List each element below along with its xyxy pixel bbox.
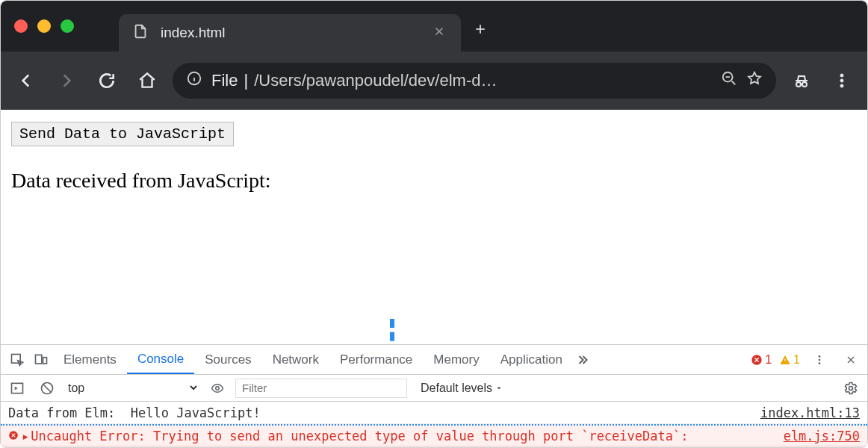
console-log-source-link[interactable]: index.html:13 <box>760 405 860 420</box>
console-settings-icon[interactable] <box>839 381 863 396</box>
device-toolbar-icon[interactable] <box>29 352 53 367</box>
svg-rect-8 <box>36 355 42 364</box>
window-titlebar: index.html <box>1 1 867 52</box>
svg-point-2 <box>796 82 801 87</box>
console-error-text: Uncaught Error: Trying to send an unexpe… <box>31 429 783 444</box>
console-error-row[interactable]: ▸ Uncaught Error: Trying to send an unex… <box>1 424 867 447</box>
maximize-window-button[interactable] <box>61 19 74 33</box>
received-data-label: Data received from JavaScript: <box>11 169 857 193</box>
svg-rect-9 <box>43 357 47 363</box>
svg-point-4 <box>840 74 843 77</box>
svg-point-5 <box>840 79 843 82</box>
console-filter-input[interactable] <box>235 379 407 398</box>
warning-count-badge[interactable]: 1 <box>779 353 800 367</box>
browser-menu-button[interactable] <box>827 66 857 96</box>
zoom-out-icon[interactable] <box>721 70 737 91</box>
live-expression-icon[interactable] <box>205 382 229 395</box>
send-data-button[interactable]: Send Data to JavaScript <box>11 122 234 146</box>
inspect-element-icon[interactable] <box>5 352 29 367</box>
devtools-tabstrip: Elements Console Sources Network Perform… <box>1 345 867 375</box>
devtools-close-icon[interactable] <box>839 354 863 366</box>
home-button[interactable] <box>132 66 162 96</box>
devtools-menu-icon[interactable] <box>807 354 831 366</box>
devtools-tab-application[interactable]: Application <box>490 345 573 374</box>
file-icon <box>132 23 149 43</box>
url-text: File|/Users/pawanpoudel/dev/elm-d… <box>211 71 712 90</box>
back-button[interactable] <box>11 66 41 96</box>
console-context-select[interactable]: top <box>65 381 199 395</box>
devtools-tab-console[interactable]: Console <box>127 345 194 374</box>
devtools-tab-elements[interactable]: Elements <box>53 345 127 374</box>
error-count-badge[interactable]: 1 <box>751 353 772 367</box>
error-icon <box>8 429 22 444</box>
svg-point-6 <box>840 84 843 87</box>
site-info-icon[interactable] <box>186 70 202 91</box>
page-content: Send Data to JavaScript Data received fr… <box>1 110 867 346</box>
console-output: Data from Elm: Hello JavaScript! index.h… <box>1 402 867 447</box>
console-log-text: Data from Elm: Hello JavaScript! <box>8 405 760 420</box>
new-tab-button[interactable] <box>473 22 488 40</box>
svg-point-11 <box>819 355 821 358</box>
devtools-tab-memory[interactable]: Memory <box>423 345 489 374</box>
devtools-tab-performance[interactable]: Performance <box>329 345 423 374</box>
tab-title: index.html <box>161 25 421 41</box>
bookmark-star-icon[interactable] <box>746 70 763 91</box>
svg-point-12 <box>819 358 821 361</box>
svg-point-3 <box>802 82 807 87</box>
svg-point-17 <box>849 386 853 390</box>
devtools-panel: Elements Console Sources Network Perform… <box>1 344 867 447</box>
minimize-window-button[interactable] <box>37 19 51 33</box>
log-levels-dropdown[interactable]: Default levels <box>421 382 503 395</box>
svg-rect-7 <box>12 354 21 363</box>
expand-error-icon[interactable]: ▸ <box>22 429 29 444</box>
reload-button[interactable] <box>92 66 122 96</box>
console-error-source-link[interactable]: elm.js:750 <box>784 429 860 444</box>
address-bar[interactable]: File|/Users/pawanpoudel/dev/elm-d… <box>173 63 776 99</box>
traffic-lights <box>14 19 74 33</box>
devtools-more-tabs-icon[interactable] <box>573 352 597 367</box>
close-window-button[interactable] <box>14 19 28 33</box>
browser-tab[interactable]: index.html <box>119 14 461 52</box>
incognito-icon[interactable] <box>787 66 816 96</box>
svg-point-16 <box>216 386 220 390</box>
forward-button[interactable] <box>52 66 81 96</box>
tab-close-button[interactable] <box>433 25 446 42</box>
devtools-tab-sources[interactable]: Sources <box>194 345 261 374</box>
svg-point-13 <box>819 362 821 364</box>
console-sidebar-toggle-icon[interactable] <box>5 381 29 396</box>
devtools-tab-network[interactable]: Network <box>262 345 329 374</box>
clear-console-icon[interactable] <box>35 381 59 396</box>
console-log-row[interactable]: Data from Elm: Hello JavaScript! index.h… <box>1 402 867 424</box>
browser-toolbar: File|/Users/pawanpoudel/dev/elm-d… <box>1 52 867 110</box>
console-toolbar: top Default levels <box>1 375 867 402</box>
